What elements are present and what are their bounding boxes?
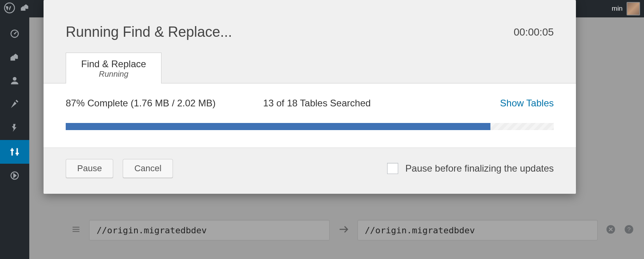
sidebar-item-dashboard[interactable] (0, 21, 29, 45)
sidebar-item-plugins[interactable] (0, 116, 29, 140)
modal-title: Running Find & Replace... (66, 24, 232, 40)
svg-rect-4 (11, 148, 13, 156)
sidebar-item-collapse[interactable] (0, 164, 29, 187)
wp-admin-sidebar (0, 17, 29, 259)
cancel-button[interactable]: Cancel (123, 159, 173, 178)
svg-rect-5 (11, 149, 14, 151)
svg-point-2 (14, 33, 15, 34)
progress-complete-text: 87% Complete (1.76 MB / 2.02 MB) (66, 98, 216, 109)
sidebar-item-tools[interactable] (0, 140, 29, 164)
progress-bar (66, 123, 554, 130)
tab-status: Running (81, 70, 146, 79)
svg-rect-7 (15, 153, 19, 154)
pause-button[interactable]: Pause (66, 159, 113, 178)
tab-find-replace[interactable]: Find & Replace Running (66, 53, 161, 83)
tab-label: Find & Replace (81, 59, 146, 70)
wordpress-logo-icon[interactable] (4, 2, 15, 15)
elapsed-timer: 00:00:05 (514, 26, 554, 38)
sidebar-item-appearance[interactable] (0, 93, 29, 116)
progress-bar-fill (66, 123, 490, 130)
show-tables-link[interactable]: Show Tables (500, 98, 554, 109)
sidebar-item-sites[interactable] (0, 45, 29, 69)
username-text[interactable]: min (612, 5, 623, 13)
progress-tables-text: 13 of 18 Tables Searched (263, 98, 371, 109)
sidebar-item-users[interactable] (0, 69, 29, 93)
svg-point-3 (13, 77, 16, 81)
avatar[interactable] (627, 2, 640, 15)
progress-modal: Running Find & Replace... 00:00:05 Find … (44, 0, 576, 194)
svg-rect-6 (17, 148, 18, 156)
pause-before-finalize-label: Pause before finalizing the updates (405, 163, 554, 174)
site-home-icon[interactable] (15, 2, 30, 15)
pause-before-finalize-checkbox[interactable] (387, 163, 398, 174)
